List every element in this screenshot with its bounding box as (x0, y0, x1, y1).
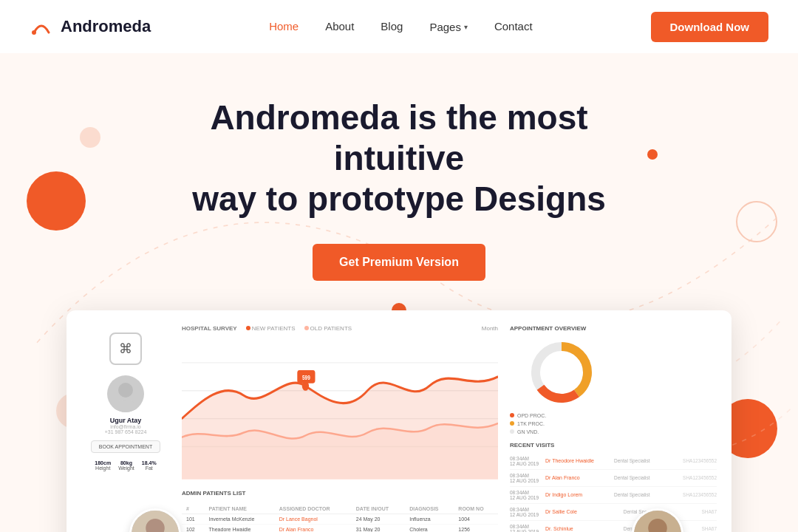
chart-svg-wrap: 599 (182, 335, 498, 484)
recent-visits-title: RECENT VISITS (510, 442, 717, 449)
mockup-card: ⌘ Ugur Atay info@firma.io +31 987 654 82… (66, 310, 732, 532)
chart-header: HOSPITAL SURVEY NEW PATIENTS OLD PATIENT… (182, 325, 498, 332)
mockup-inner: ⌘ Ugur Atay info@firma.io +31 987 654 82… (81, 325, 717, 532)
svg-point-2 (114, 400, 137, 412)
legend-item-opd: OPD PROC. (510, 413, 613, 418)
svg-text:599: 599 (302, 373, 310, 381)
svg-point-1 (118, 383, 133, 398)
table-row: 101Inverneta McKenzieDr Lance Bagnol24 M… (182, 514, 498, 524)
hero-title: Andromeda is the most intuitive way to p… (140, 98, 658, 220)
right-panel: APPOINTMENT OVERVIEW OPD PROC. (510, 325, 717, 532)
brand-name: Andromeda (61, 17, 151, 36)
book-appointment-button[interactable]: BOOK APPOINTMENT (91, 440, 160, 453)
download-button[interactable]: Download Now (651, 12, 769, 42)
table-row: 102Theadore HwaidleDr Alan Franco31 May … (182, 524, 498, 532)
legend-item-1tk: 1TK PROC. (510, 421, 613, 426)
legend-new-dot (246, 326, 250, 330)
appointment-overview: APPOINTMENT OVERVIEW OPD PROC. (510, 325, 613, 434)
svg-point-0 (32, 30, 36, 35)
col-room: ROOM NO (454, 504, 498, 514)
rv-row: 08:34AM12 AUG 2019 Dr Indigo Lorem Denta… (510, 487, 717, 504)
col-name: PATIENT NAME (205, 504, 275, 514)
col-diagnosis: DIAGNOSIS (405, 504, 454, 514)
rv-row: 08:34AM12 AUG 2019 Dr Theodore Hwaidle D… (510, 453, 717, 470)
hero-section: Andromeda is the most intuitive way to p… (0, 53, 798, 532)
mockup-stats: 180cmHeight 80kgWeight 18.4%Fat (95, 460, 156, 471)
col-date: DATE IN/OUT (352, 504, 405, 514)
mockup-sidebar: ⌘ Ugur Atay info@firma.io +31 987 654 82… (81, 325, 170, 532)
legend-dot-1tk (510, 421, 514, 426)
person-card-right: David Cameron CEO, Nexuspay (627, 508, 687, 532)
logo-icon (30, 15, 53, 38)
sidebar-person-name: Ugur Atay (110, 417, 142, 424)
nav-links: Home About Blog Pages ▾ Contact (269, 20, 533, 33)
mockup-logo-box: ⌘ (109, 332, 142, 365)
mockup-profile-avatar (107, 375, 144, 412)
person-card-left: David Cameron CEO, Nexuspay (126, 508, 185, 532)
legend-dot-opd (510, 413, 514, 417)
nav-contact[interactable]: Contact (494, 20, 533, 33)
rv-row: 08:34AM12 AUG 2019 Dr Alan Franco Dental… (510, 470, 717, 487)
col-doctor: ASSIGNED DOCTOR (275, 504, 352, 514)
table-title: ADMIN PATIENTS LIST (182, 490, 498, 497)
person-avatar-right (632, 508, 683, 532)
legend-item-gn: GN VND. (510, 429, 613, 434)
legend-dot-gn (510, 429, 514, 434)
hero-cta-button[interactable]: Get Premium Version (313, 244, 485, 281)
appointment-title: APPOINTMENT OVERVIEW (510, 325, 613, 332)
person-avatar-left (129, 508, 181, 532)
logo: Andromeda (30, 15, 151, 38)
navbar: Andromeda Home About Blog Pages ▾ Contac… (0, 0, 798, 53)
donut-chart (510, 339, 613, 406)
patients-table-section: ADMIN PATIENTS LIST # PATIENT NAME ASSIG… (182, 490, 498, 532)
appointment-legend: OPD PROC. 1TK PROC. GN VND. (510, 413, 613, 434)
chevron-down-icon: ▾ (464, 23, 468, 31)
nav-pages[interactable]: Pages ▾ (429, 21, 468, 33)
sidebar-person-email: info@firma.io (110, 424, 140, 429)
chart-title: HOSPITAL SURVEY (182, 325, 237, 332)
patients-table: # PATIENT NAME ASSIGNED DOCTOR DATE IN/O… (182, 504, 498, 532)
dashboard-mockup: ⌘ Ugur Atay info@firma.io +31 987 654 82… (66, 310, 732, 532)
nav-blog[interactable]: Blog (381, 20, 403, 33)
nav-home[interactable]: Home (269, 20, 299, 33)
hero-headline: Andromeda is the most intuitive way to p… (30, 98, 768, 310)
legend-old-dot (304, 326, 309, 330)
nav-about[interactable]: About (325, 20, 354, 33)
mockup-chart-area: HOSPITAL SURVEY NEW PATIENTS OLD PATIENT… (182, 325, 498, 532)
chart-period: Month (482, 325, 498, 332)
sidebar-person-phone: +31 987 654 8224 (105, 429, 147, 434)
